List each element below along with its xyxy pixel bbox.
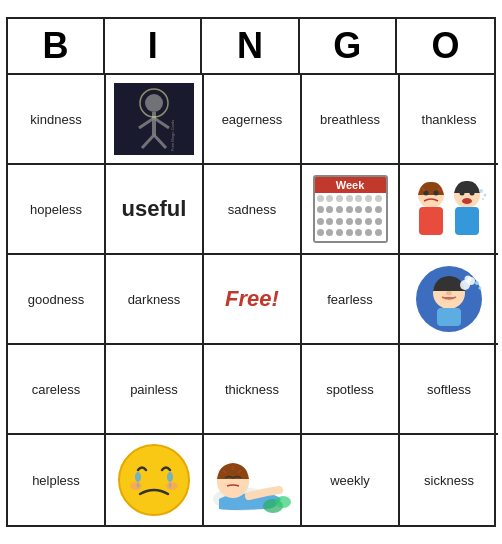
bingo-cell-18: spotless — [302, 345, 400, 435]
svg-point-30 — [119, 445, 189, 515]
svg-rect-29 — [437, 308, 461, 326]
calendar-day — [326, 195, 333, 202]
calendar-day — [346, 206, 353, 213]
calendar-day — [317, 229, 324, 236]
calendar-day — [355, 206, 362, 213]
sick-boy-icon — [211, 444, 293, 516]
calendar-day — [365, 229, 372, 236]
header-n: N — [202, 19, 299, 73]
svg-point-15 — [460, 191, 465, 196]
calendar-day — [346, 195, 353, 202]
bingo-cell-16: painless — [106, 345, 204, 435]
calendar-day — [326, 229, 333, 236]
svg-point-17 — [462, 198, 472, 204]
bingo-cell-11: darkness — [106, 255, 204, 345]
calendar-day — [336, 195, 343, 202]
calendar-day — [326, 206, 333, 213]
bingo-cell-21 — [106, 435, 204, 525]
bingo-cell-6: useful — [106, 165, 204, 255]
bingo-header: B I N G O — [8, 19, 494, 75]
calendar-day — [365, 206, 372, 213]
header-b: B — [8, 19, 105, 73]
bingo-cell-1: Free Bingo Cards — [106, 75, 204, 165]
calendar-day — [326, 218, 333, 225]
svg-point-26 — [465, 276, 472, 283]
calendar-day — [355, 229, 362, 236]
cell-text-24: sickness — [424, 473, 474, 488]
cell-text-4: thankless — [422, 112, 477, 127]
bingo-cell-3: breathless — [302, 75, 400, 165]
calendar-day — [346, 229, 353, 236]
cell-text-5: hopeless — [30, 202, 82, 217]
cell-text-18: spotless — [326, 382, 374, 397]
svg-point-12 — [434, 191, 439, 196]
cell-text-19: softless — [427, 382, 471, 397]
bingo-cell-5: hopeless — [8, 165, 106, 255]
svg-point-28 — [479, 287, 482, 290]
bingo-cell-19: softless — [400, 345, 498, 435]
sick-kids-icon — [409, 173, 489, 245]
calendar-day — [317, 195, 324, 202]
bingo-cell-15: careless — [8, 345, 106, 435]
bingo-cell-8: Week — [302, 165, 400, 255]
svg-text:Free Bingo Cards: Free Bingo Cards — [170, 120, 175, 151]
calendar-day — [336, 206, 343, 213]
cell-text-12: Free! — [225, 286, 279, 312]
bingo-cell-4: thankless — [400, 75, 498, 165]
cell-text-6: useful — [122, 196, 187, 222]
sad-emoji-icon — [116, 442, 192, 518]
cell-text-0: kindness — [30, 112, 81, 127]
bingo-cell-17: thickness — [204, 345, 302, 435]
svg-point-18 — [479, 189, 483, 193]
header-o: O — [397, 19, 494, 73]
svg-point-16 — [470, 191, 475, 196]
cell-text-13: fearless — [327, 292, 373, 307]
bingo-cell-22 — [204, 435, 302, 525]
calendar-day — [375, 229, 382, 236]
cell-text-15: careless — [32, 382, 80, 397]
cell-text-2: eagerness — [222, 112, 283, 127]
calendar-day — [375, 195, 382, 202]
cell-text-16: painless — [130, 382, 178, 397]
svg-rect-10 — [419, 207, 443, 235]
cell-text-20: helpless — [32, 473, 80, 488]
svg-point-19 — [484, 194, 487, 197]
bingo-cell-14 — [400, 255, 498, 345]
calendar-day — [336, 229, 343, 236]
cell-text-10: goodness — [28, 292, 84, 307]
svg-point-1 — [145, 94, 163, 112]
calendar-day — [336, 218, 343, 225]
dark-figure-icon: Free Bingo Cards — [114, 83, 194, 155]
svg-point-31 — [135, 472, 141, 482]
bingo-cell-12: Free! — [204, 255, 302, 345]
calendar-day — [375, 206, 382, 213]
cell-text-3: breathless — [320, 112, 380, 127]
svg-point-33 — [130, 482, 142, 490]
bingo-cell-2: eagerness — [204, 75, 302, 165]
cell-text-11: darkness — [128, 292, 181, 307]
svg-point-27 — [475, 281, 479, 285]
bingo-cell-9 — [400, 165, 498, 255]
svg-point-38 — [275, 496, 291, 508]
cell-text-7: sadness — [228, 202, 276, 217]
calendar-day — [355, 218, 362, 225]
bingo-cell-23: weekly — [302, 435, 400, 525]
bingo-grid: kindness Free Bingo Cards eagernessbreat… — [8, 75, 494, 525]
calendar-day — [317, 218, 324, 225]
svg-point-20 — [482, 198, 484, 200]
bingo-cell-0: kindness — [8, 75, 106, 165]
calendar-day — [317, 206, 324, 213]
calendar-day — [355, 195, 362, 202]
sneeze-boy-icon — [409, 263, 489, 335]
calendar-day — [346, 218, 353, 225]
svg-rect-14 — [455, 207, 479, 235]
calendar-day — [375, 218, 382, 225]
calendar-body — [315, 193, 386, 241]
svg-point-23 — [446, 291, 452, 295]
calendar-day — [365, 218, 372, 225]
calendar-header: Week — [315, 177, 386, 193]
svg-point-34 — [166, 482, 178, 490]
calendar-image: Week — [313, 175, 388, 243]
bingo-card: B I N G O kindness Free Bingo Cards eage… — [6, 17, 496, 527]
bingo-cell-13: fearless — [302, 255, 400, 345]
